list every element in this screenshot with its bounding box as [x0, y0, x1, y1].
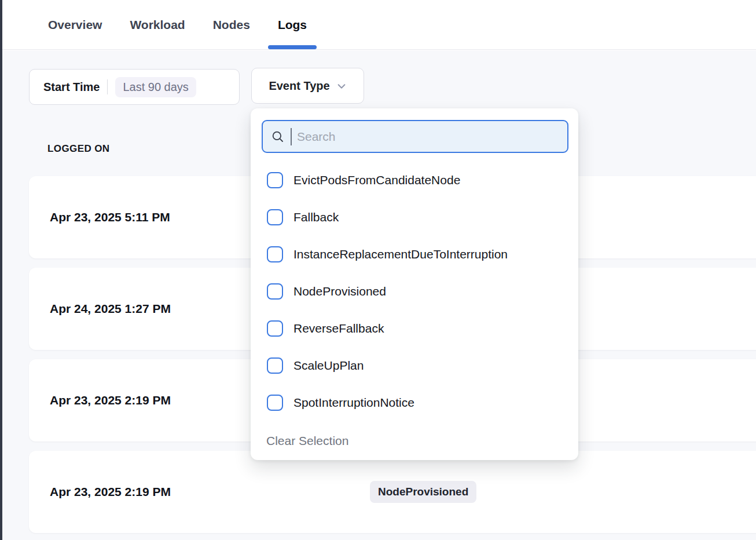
checkbox-icon[interactable] — [267, 246, 283, 262]
clear-selection-button[interactable]: Clear Selection — [251, 426, 578, 456]
dropdown-search-box[interactable] — [262, 120, 568, 153]
tab-logs[interactable]: Logs — [268, 0, 317, 49]
logged-on-timestamp: Apr 23, 2025 2:19 PM — [50, 393, 171, 407]
checkbox-icon[interactable] — [267, 320, 283, 337]
option-label: ReverseFallback — [293, 322, 384, 335]
tab-label: Workload — [130, 18, 185, 32]
dropdown-search-input[interactable] — [297, 130, 560, 144]
event-type-option-list: EvictPodsFromCandidateNode Fallback Inst… — [251, 162, 578, 421]
option-label: NodeProvisioned — [293, 284, 386, 298]
option-label: Fallback — [293, 210, 339, 224]
option-label: SpotInterruptionNotice — [293, 396, 414, 410]
option-nodeprovisioned[interactable]: NodeProvisioned — [251, 273, 578, 310]
start-time-filter-value: Last 90 days — [115, 77, 196, 97]
tab-overview[interactable]: Overview — [38, 0, 112, 49]
tab-label: Overview — [48, 18, 102, 32]
event-type-filter-button[interactable]: Event Type — [251, 68, 364, 104]
option-label: ScaleUpPlan — [293, 359, 364, 373]
checkbox-icon[interactable] — [267, 209, 283, 225]
event-type-filter-label: Event Type — [269, 79, 329, 93]
tab-label: Nodes — [213, 18, 250, 32]
tab-nodes[interactable]: Nodes — [203, 0, 260, 49]
checkbox-icon[interactable] — [267, 283, 283, 300]
tab-bar: Overview Workload Nodes Logs — [2, 0, 756, 50]
app-edge-strip — [0, 0, 2, 540]
tab-workload[interactable]: Workload — [120, 0, 194, 49]
logged-on-timestamp: Apr 23, 2025 5:11 PM — [50, 210, 170, 224]
checkbox-icon[interactable] — [267, 172, 283, 188]
logs-page: Start Time Last 90 days Event Type LOGGE… — [2, 50, 756, 540]
option-instancereplacementduetointerruption[interactable]: InstanceReplacementDueToInterruption — [251, 236, 578, 273]
start-time-filter-button[interactable]: Start Time Last 90 days — [29, 69, 240, 105]
option-label: InstanceReplacementDueToInterruption — [293, 247, 508, 261]
option-spotinterruptionnotice[interactable]: SpotInterruptionNotice — [251, 384, 578, 421]
option-label: EvictPodsFromCandidateNode — [293, 173, 460, 187]
option-evictpodsfromcandidatenode[interactable]: EvictPodsFromCandidateNode — [251, 162, 578, 199]
column-header-logged-on: LOGGED ON — [47, 143, 110, 155]
text-cursor — [291, 128, 292, 145]
option-reversefallback[interactable]: ReverseFallback — [251, 310, 578, 347]
log-table-row[interactable]: Apr 23, 2025 2:19 PM NodeProvisioned — [29, 451, 756, 533]
checkbox-icon[interactable] — [267, 357, 283, 374]
tab-label: Logs — [278, 18, 307, 32]
event-type-dropdown-panel: EvictPodsFromCandidateNode Fallback Inst… — [251, 108, 578, 460]
active-tab-underline — [268, 45, 317, 49]
chevron-down-icon — [336, 81, 347, 92]
option-fallback[interactable]: Fallback — [251, 199, 578, 236]
search-icon — [270, 129, 285, 144]
checkbox-icon[interactable] — [267, 395, 283, 411]
filter-divider — [107, 79, 108, 94]
option-scaleupplan[interactable]: ScaleUpPlan — [251, 347, 578, 384]
start-time-filter-label: Start Time — [43, 81, 100, 94]
logged-on-timestamp: Apr 24, 2025 1:27 PM — [50, 302, 171, 316]
logged-on-timestamp: Apr 23, 2025 2:19 PM — [50, 485, 171, 499]
event-type-badge: NodeProvisioned — [370, 481, 476, 503]
